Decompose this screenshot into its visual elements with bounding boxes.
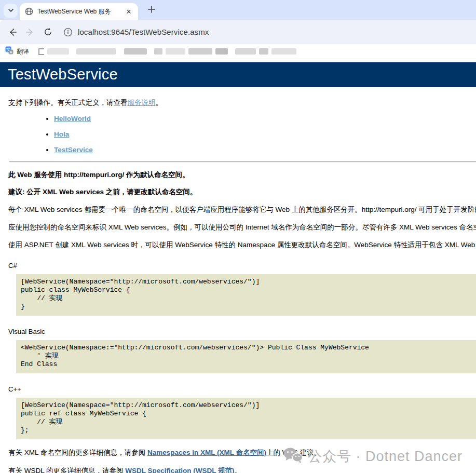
operations-list: HelloWorld Hola TestService <box>54 115 476 154</box>
browser-window: TestWebService Web 服务 ✕ localhost:9645/T… <box>0 0 476 473</box>
operation-link-helloworld[interactable]: HelloWorld <box>54 115 91 123</box>
bookmark-translate[interactable]: 文A 翻译 <box>5 46 29 57</box>
page-title: TestWebService <box>0 62 476 87</box>
watermark: 公众号 · Dotnet Dancer <box>283 447 463 466</box>
svg-text:A: A <box>9 50 12 55</box>
code-lang-label-csharp: C# <box>8 262 476 269</box>
redacted-bookmark[interactable] <box>124 48 147 55</box>
page-content: TestWebService 支持下列操作。有关正式定义，请查看服务说明。 He… <box>0 60 476 473</box>
redacted-bookmark[interactable] <box>271 48 296 55</box>
browser-toolbar: localhost:9645/TestWebService.asmx <box>0 20 476 44</box>
code-lang-label-cpp: C++ <box>8 385 476 393</box>
paragraph-1: 每个 XML Web services 都需要一个唯一的命名空间，以便客户端应用… <box>8 205 476 214</box>
watermark-text: 公众号 · Dotnet Dancer <box>308 447 463 466</box>
code-block-cpp: [WebService(Namespace="http://microsoft.… <box>16 398 476 439</box>
redacted-bookmark[interactable] <box>188 48 212 55</box>
new-tab-button[interactable] <box>146 5 157 16</box>
back-button[interactable] <box>5 25 20 39</box>
operation-link-testservice[interactable]: TestService <box>54 146 93 154</box>
bookmark-folder-icon[interactable] <box>38 48 44 55</box>
globe-icon <box>25 7 33 16</box>
info-icon[interactable] <box>63 28 73 37</box>
operation-link-hola[interactable]: Hola <box>54 130 69 138</box>
footer-text: 有关 WSDL 的更多详细信息，请参阅 <box>8 467 125 473</box>
back-arrow-icon <box>7 27 18 37</box>
list-item: HelloWorld <box>54 115 476 123</box>
code-block-vb: <WebService(Namespace:="http://microsoft… <box>16 340 476 373</box>
wsdl-specification-link[interactable]: WSDL Specification (WSDL 规范) <box>125 467 234 473</box>
intro-line: 支持下列操作。有关正式定义，请查看服务说明。 <box>8 98 476 107</box>
translate-icon: 文A <box>5 46 13 57</box>
forward-button[interactable] <box>23 25 37 39</box>
chevron-down-icon <box>8 6 14 16</box>
redacted-bookmark[interactable] <box>215 48 228 55</box>
service-description-link[interactable]: 服务说明 <box>128 99 156 106</box>
namespace-note-2: 建议: 公开 XML Web services 之前，请更改默认命名空间。 <box>8 187 476 197</box>
forward-arrow-icon <box>25 27 35 37</box>
redacted-bookmark[interactable] <box>47 48 69 55</box>
redacted-bookmark[interactable] <box>235 48 256 55</box>
reload-icon <box>43 27 53 37</box>
code-lang-label-vb: Visual Basic <box>8 328 476 335</box>
tab-close-icon[interactable]: ✕ <box>125 7 133 16</box>
redacted-bookmark[interactable] <box>259 48 268 55</box>
address-bar[interactable]: localhost:9645/TestWebService.asmx <box>63 28 209 37</box>
tab-strip: TestWebService Web 服务 ✕ <box>0 0 476 20</box>
paragraph-3: 使用 ASP.NET 创建 XML Web services 时，可以使用 We… <box>8 240 476 250</box>
bookmarks-bar: 文A 翻译 <box>0 44 476 59</box>
paragraph-2: 应使用您控制的命名空间来标识 XML Web services。例如，可以使用公… <box>8 223 476 232</box>
footer-text: 。 <box>235 467 242 473</box>
redacted-bookmark[interactable] <box>154 48 162 55</box>
list-item: Hola <box>54 130 476 138</box>
wechat-icon <box>283 447 303 466</box>
namespace-note-1: 此 Web 服务使用 http://tempuri.org/ 作为默认命名空间。 <box>8 170 476 180</box>
divider <box>9 161 476 163</box>
footer-text: 有关 XML 命名空间的更多详细信息，请参阅 <box>8 449 147 456</box>
redacted-bookmark[interactable] <box>166 48 185 55</box>
intro-suffix: 。 <box>156 99 163 106</box>
intro-prefix: 支持下列操作。有关正式定义，请查看 <box>8 99 128 106</box>
url-text[interactable]: localhost:9645/TestWebService.asmx <box>78 28 209 36</box>
browser-tab[interactable]: TestWebService Web 服务 ✕ <box>20 3 138 20</box>
list-item: TestService <box>54 146 476 154</box>
tab-title: TestWebService Web 服务 <box>37 7 121 16</box>
plus-icon <box>148 6 155 15</box>
footer-paragraph-wsdl: 有关 WSDL 的更多详细信息，请参阅 WSDL Specification (… <box>8 466 476 473</box>
bookmark-translate-label: 翻译 <box>17 47 29 56</box>
namespaces-in-xml-link[interactable]: Namespaces in XML (XML 命名空间) <box>147 449 266 456</box>
redacted-bookmark[interactable] <box>76 48 116 55</box>
tab-search-button[interactable] <box>4 4 18 18</box>
code-block-csharp: [WebService(Namespace="http://microsoft.… <box>16 274 476 316</box>
reload-button[interactable] <box>40 25 55 39</box>
